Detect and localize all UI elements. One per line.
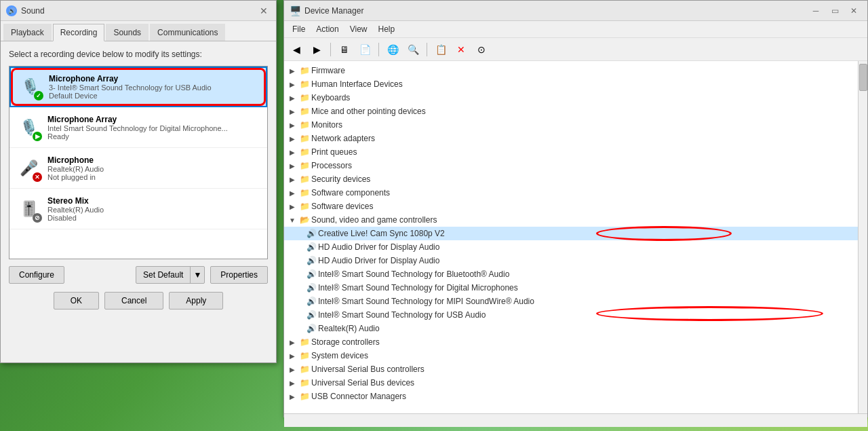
intel-mipi-label: Intel® Smart Sound Technology for MIPI S… [318,297,534,306]
tree-scrollbar[interactable] [858,61,867,413]
tree-item-monitors[interactable]: ▶ 📁 Monitors [284,118,858,132]
scrollbar-thumb[interactable] [859,64,867,91]
tab-sounds[interactable]: Sounds [106,24,149,41]
hd-audio-1-icon: 🔊 [306,242,317,252]
sound-dialog-close-button[interactable]: ✕ [257,4,271,18]
ok-button[interactable]: OK [54,292,99,310]
sound-dialog-icon: 🔊 [6,5,17,16]
expand-firmware[interactable]: ▶ [287,65,298,76]
tree-item-security[interactable]: ▶ 📁 Security devices [284,172,858,186]
tree-item-firmware[interactable]: ▶ 📁 Firmware [284,64,858,77]
properties-button[interactable]: Properties [210,266,268,284]
tree-item-intel-usb[interactable]: 🔊 Intel® Smart Sound Technology for USB … [284,308,858,322]
toolbar-separator-3 [427,43,427,56]
tree-item-system[interactable]: ▶ 📁 System devices [284,349,858,362]
tree-item-software-devices[interactable]: ▶ 📁 Software devices [284,200,858,213]
device-item-microphone-array-digital[interactable]: 🎙️ ▶ Microphone Array Intel Smart Sound … [9,107,267,148]
sound-footer-buttons: OK Cancel Apply [9,292,268,310]
tree-item-usb-controllers[interactable]: ▶ 📁 Universal Serial Bus controllers [284,362,858,376]
mic-icon-realtek: 🎤 ✕ [15,155,42,182]
sound-dialog: 🔊 Sound ✕ Playback Recording Sounds Comm… [0,0,277,363]
computer-button[interactable]: 🖥 [335,41,354,58]
expand-storage[interactable]: ▶ [287,337,298,348]
expand-hid[interactable]: ▶ [287,79,298,90]
expand-monitors[interactable]: ▶ [287,119,298,130]
uninstall-button[interactable]: ✕ [452,41,471,58]
expand-mice[interactable]: ▶ [287,106,298,117]
tree-item-mice[interactable]: ▶ 📁 Mice and other pointing devices [284,105,858,118]
configure-button[interactable]: Configure [9,266,64,284]
usb-connector-icon: 📁 [299,391,310,402]
device-driver-3: Realtek(R) Audio [47,165,262,173]
sound-tabs-bar: Playback Recording Sounds Communications [1,21,276,41]
sw-components-icon: 📁 [299,187,310,198]
recording-device-list[interactable]: 🎙️ ✓ Microphone Array 3- Intel® Smart So… [9,66,268,259]
tree-item-print-queues[interactable]: ▶ 📁 Print queues [284,145,858,159]
close-button[interactable]: ✕ [846,4,862,18]
back-button[interactable]: ◀ [287,41,306,58]
status-badge-disabled: ⊘ [33,213,42,223]
intel-bt-label: Intel® Smart Sound Technology for Blueto… [318,269,509,279]
mic-icon-digital: 🎙️ ▶ [15,114,42,141]
hd-audio-2-label: HD Audio Driver for Display Audio [318,256,439,265]
expand-usb-controllers[interactable]: ▶ [287,364,298,375]
creative-cam-icon: 🔊 [306,228,317,239]
tree-item-software-components[interactable]: ▶ 📁 Software components [284,186,858,200]
tree-item-hid[interactable]: ▶ 📁 Human Interface Devices [284,77,858,91]
device-item-stereo-mix[interactable]: 🎚️ ⊘ Stereo Mix Realtek(R) Audio Disable… [9,189,267,229]
menu-file[interactable]: File [287,22,311,36]
tree-item-network[interactable]: ▶ 📁 Network adapters [284,132,858,145]
tree-item-realtek[interactable]: 🔊 Realtek(R) Audio [284,322,858,335]
device-tree-view[interactable]: ▶ 📁 Firmware ▶ 📁 Human Interface Devices… [284,61,858,413]
expand-sw-devices[interactable]: ▶ [287,201,298,212]
menu-view[interactable]: View [344,22,373,36]
expand-usb-connector[interactable]: ▶ [287,391,298,402]
expand-keyboards[interactable]: ▶ [287,92,298,103]
tab-communications[interactable]: Communications [150,24,225,41]
tree-item-processors[interactable]: ▶ 📁 Processors [284,159,858,172]
expand-security[interactable]: ▶ [287,174,298,185]
tree-item-storage[interactable]: ▶ 📁 Storage controllers [284,335,858,349]
apply-button[interactable]: Apply [169,292,223,310]
expand-sound[interactable]: ▼ [287,214,298,225]
tree-item-usb-devices[interactable]: ▶ 📁 Universal Serial Bus devices [284,376,858,390]
minimize-button[interactable]: ─ [808,4,824,18]
tree-item-hd-audio-2[interactable]: 🔊 HD Audio Driver for Display Audio [284,254,858,267]
tab-recording[interactable]: Recording [53,24,105,41]
expand-network[interactable]: ▶ [287,133,298,144]
device-manager-title: Device Manager [304,6,363,16]
sound-controllers-label: Sound, video and game controllers [311,215,437,225]
sound-controllers-icon: 📂 [299,214,310,225]
tree-item-intel-mipi[interactable]: 🔊 Intel® Smart Sound Technology for MIPI… [284,295,858,308]
device-item-microphone-array-usb[interactable]: 🎙️ ✓ Microphone Array 3- Intel® Smart So… [9,67,267,107]
cancel-button[interactable]: Cancel [104,292,163,310]
tab-playback[interactable]: Playback [3,24,52,41]
expand-system[interactable]: ▶ [287,350,298,361]
tree-item-intel-bt[interactable]: 🔊 Intel® Smart Sound Technology for Blue… [284,267,858,281]
tree-item-usb-connector-mgrs[interactable]: ▶ 📁 USB Connector Managers [284,390,858,403]
properties-toolbar-button[interactable]: 📄 [355,41,374,58]
usb-devices-label: Universal Serial Bus devices [311,378,414,388]
status-badge-default: ✓ [34,91,43,100]
tree-item-intel-digital[interactable]: 🔊 Intel® Smart Sound Technology for Digi… [284,281,858,295]
tree-item-creative-cam[interactable]: 🔊 Creative Live! Cam Sync 1080p V2 [284,227,858,240]
tree-item-keyboards[interactable]: ▶ 📁 Keyboards [284,91,858,105]
device-item-microphone-realtek[interactable]: 🎤 ✕ Microphone Realtek(R) Audio Not plug… [9,148,267,189]
menu-action[interactable]: Action [311,22,344,36]
set-default-arrow-icon[interactable]: ▼ [190,267,204,283]
restore-button[interactable]: ▭ [827,4,843,18]
expand-usb-devices[interactable]: ▶ [287,377,298,388]
menu-help[interactable]: Help [373,22,401,36]
network-button[interactable]: 🌐 [383,41,402,58]
enable-button[interactable]: ⊙ [472,41,491,58]
device-manager-toolbar: ◀ ▶ 🖥 📄 🌐 🔍 📋 ✕ ⊙ [284,38,867,61]
tree-item-sound-controllers[interactable]: ▼ 📂 Sound, video and game controllers [284,213,858,227]
expand-sw-components[interactable]: ▶ [287,187,298,198]
expand-print[interactable]: ▶ [287,147,298,157]
scan-button[interactable]: 🔍 [403,41,422,58]
expand-processors[interactable]: ▶ [287,160,298,171]
tree-item-hd-audio-1[interactable]: 🔊 HD Audio Driver for Display Audio [284,240,858,254]
update-driver-button[interactable]: 📋 [431,41,450,58]
forward-button[interactable]: ▶ [307,41,326,58]
set-default-split-button[interactable]: Set Default ▼ [136,266,205,284]
